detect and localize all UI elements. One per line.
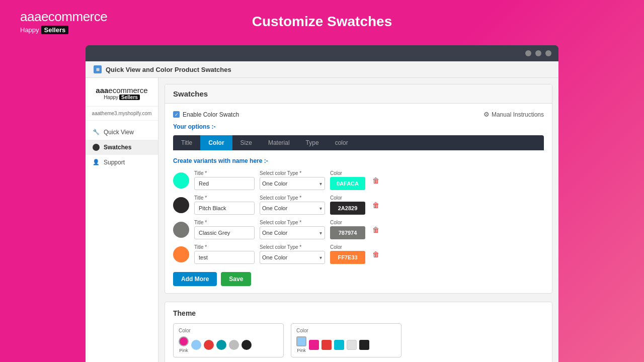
tab-size[interactable]: Size (232, 135, 260, 150)
theme-swatches-circle: Pink (179, 336, 278, 353)
sidebar-domain: aaatheme3.myshopify.com (86, 107, 158, 121)
theme-title: Theme (173, 309, 544, 317)
theme-dot-2-red (321, 340, 332, 350)
delete-btn-1[interactable]: 🗑 (372, 176, 379, 185)
main-layout: aaaecommerce Happy Sellers aaatheme3.mys… (86, 78, 558, 362)
delete-btn-3[interactable]: 🗑 (372, 226, 379, 234)
theme-dot-1-red (204, 340, 214, 350)
your-options: Your options :- (173, 123, 544, 130)
theme-dot-1-teal (216, 340, 226, 350)
swatch-row-1: Title * Select color Type * One Color (173, 170, 544, 190)
theme-dot-2-cyan (334, 340, 344, 350)
color-field-3: Color 787974 (330, 220, 365, 239)
color-type-select-2[interactable]: One Color (260, 202, 325, 215)
enable-label: Enable Color Swatch (183, 111, 239, 118)
theme-card-1-label: Color (179, 328, 278, 333)
theme-section: Theme Color Pink (165, 302, 552, 362)
title-field-4: Title * (194, 244, 255, 264)
sidebar-item-swatches[interactable]: Swatches (86, 140, 158, 155)
app-header-icon: ⊞ (94, 65, 102, 73)
app-header-title: Quick View and Color Product Swatches (106, 66, 231, 73)
swatch-row-3: Title * Select color Type * One Color (173, 220, 544, 239)
color-value-1[interactable]: 0AFACA (330, 177, 365, 190)
sidebar-nav: 🔧 Quick View Swatches 👤 Support (86, 121, 158, 174)
select-wrapper-2: One Color (260, 202, 325, 215)
tab-color[interactable]: Color (200, 135, 232, 150)
page-title: Customize Swatches (252, 14, 392, 30)
main-content: Swatches ✓ Enable Color Swatch ⚙ Manual … (158, 78, 558, 362)
color-value-2[interactable]: 2A2829 (330, 202, 365, 215)
title-input-2[interactable] (194, 202, 255, 215)
theme-card-square[interactable]: Color Pink (291, 323, 401, 357)
color-field-2: Color 2A2829 (330, 195, 365, 215)
theme-card-circle[interactable]: Color Pink (173, 323, 284, 357)
enable-row: ✓ Enable Color Swatch ⚙ Manual Instructi… (173, 111, 544, 118)
enable-checkbox[interactable]: ✓ (173, 111, 180, 118)
title-input-3[interactable] (194, 226, 255, 239)
color-type-select-3[interactable]: One Color (260, 226, 325, 239)
title-field-2: Title * (194, 195, 255, 215)
swatch-circle-3 (173, 222, 189, 238)
delete-btn-2[interactable]: 🗑 (372, 201, 379, 209)
theme-dot-2-blue (296, 336, 306, 346)
theme-dot-1-blue (191, 340, 201, 350)
wrench-icon: 🔧 (93, 129, 100, 136)
browser-dot-1 (525, 50, 531, 56)
sidebar: aaaecommerce Happy Sellers aaatheme3.mys… (86, 78, 158, 362)
sidebar-item-support[interactable]: 👤 Support (86, 155, 158, 170)
manual-label: Manual Instructions (492, 111, 544, 118)
tab-title[interactable]: Title (173, 135, 200, 150)
browser-window: ⊞ Quick View and Color Product Swatches … (86, 45, 558, 362)
brand-logo: aaaecommerce Happy Sellers (20, 9, 107, 34)
sidebar-item-quickview-label: Quick View (104, 129, 134, 136)
swatch-row-4: Title * Select color Type * One Color (173, 244, 544, 264)
gear-icon: ⚙ (484, 111, 490, 118)
title-field-3: Title * (194, 220, 255, 239)
color-type-select-1[interactable]: One Color (260, 177, 325, 190)
swatch-circle-2 (173, 197, 189, 213)
tab-color2[interactable]: color (327, 135, 356, 150)
btn-row: Add More Save (173, 272, 544, 286)
create-variants-label: Create variants with name here :- (173, 157, 544, 164)
swatch-row-2: Title * Select color Type * One Color (173, 195, 544, 215)
theme-previews: Color Pink (173, 323, 544, 357)
enable-left: ✓ Enable Color Swatch (173, 111, 239, 118)
sidebar-item-swatches-label: Swatches (104, 144, 131, 151)
color-value-4[interactable]: FF7E33 (330, 251, 365, 264)
tagline-happy: Happy (20, 26, 39, 34)
theme-dot-2-black (359, 340, 369, 350)
title-input-1[interactable] (194, 177, 255, 190)
sidebar-logo: aaaecommerce Happy Sellers (86, 86, 158, 107)
color-type-select-4[interactable]: One Color (260, 251, 325, 264)
swatches-panel: Swatches ✓ Enable Color Swatch ⚙ Manual … (165, 84, 552, 294)
theme-dot-1-grey (229, 340, 239, 350)
swatch-circle-1 (173, 172, 189, 189)
brand-name: aaaecommerce (20, 9, 107, 25)
color-type-field-1: Select color Type * One Color (260, 170, 325, 190)
theme-dot-1-black (242, 340, 252, 350)
swatch-circle-4 (173, 246, 189, 262)
color-type-field-4: Select color Type * One Color (260, 244, 325, 264)
person-icon: 👤 (93, 159, 100, 166)
title-input-4[interactable] (194, 251, 255, 264)
title-field-1: Title * (194, 170, 255, 190)
add-more-button[interactable]: Add More (173, 272, 217, 286)
sidebar-tagline: Happy Sellers (91, 95, 153, 100)
brand-light: ecommerce (41, 9, 107, 24)
theme-card-2-label: Color (296, 328, 396, 333)
manual-link[interactable]: ⚙ Manual Instructions (484, 111, 544, 118)
color-field-1: Color 0AFACA (330, 170, 365, 190)
browser-dot-2 (535, 50, 541, 56)
save-button[interactable]: Save (221, 272, 251, 286)
sidebar-brand-name: aaaecommerce (91, 86, 153, 95)
color-value-3[interactable]: 787974 (330, 226, 365, 239)
sidebar-item-quickview[interactable]: 🔧 Quick View (86, 125, 158, 140)
tab-material[interactable]: Material (260, 135, 298, 150)
brand-bold: aaa (20, 9, 41, 24)
sellers-badge: Sellers (41, 26, 69, 34)
app-header-bar: ⊞ Quick View and Color Product Swatches (86, 61, 558, 78)
sidebar-item-support-label: Support (104, 159, 125, 166)
select-wrapper-1: One Color (260, 177, 325, 190)
delete-btn-4[interactable]: 🗑 (372, 250, 379, 258)
tab-type[interactable]: Type (298, 135, 327, 150)
